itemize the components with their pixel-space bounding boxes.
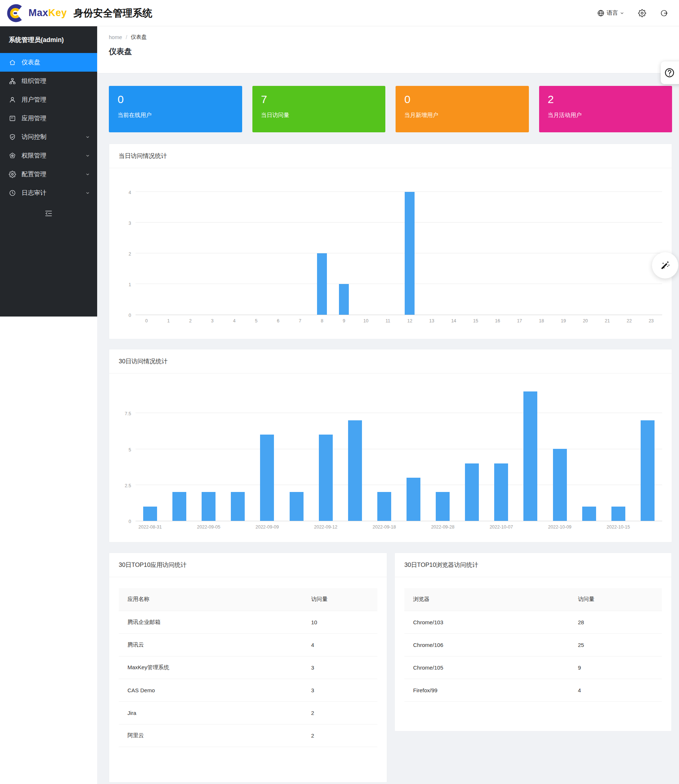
x-axis-tick-label: 2022-09-18 — [370, 524, 399, 530]
table-row: 腾讯企业邮箱10 — [119, 611, 377, 633]
sidebar-item-org[interactable]: 组织管理 — [0, 72, 97, 90]
table-cell: 阿里云 — [119, 724, 302, 747]
breadcrumb-current: 仪表盘 — [131, 34, 147, 41]
app-title: 身份安全管理系统 — [74, 6, 152, 20]
table-row: Firefox/994 — [404, 679, 662, 701]
x-axis-tick-label: 2022-09-05 — [194, 524, 223, 530]
logout-icon[interactable] — [660, 9, 668, 17]
bar-slot — [552, 192, 574, 315]
table-cell: 10 — [302, 611, 377, 633]
sidebar-item-config[interactable]: 配置管理 — [0, 165, 97, 183]
plot-area — [136, 379, 662, 521]
x-axis-tick-label: 2022-10-15 — [604, 524, 633, 530]
y-axis-tick-label: 1 — [128, 282, 131, 287]
help-button[interactable] — [661, 61, 679, 84]
table-cell: 3 — [302, 679, 377, 701]
bar-2022-09-09 — [260, 434, 274, 521]
x-axis-tick-label: 10 — [355, 318, 377, 323]
x-axis-tick-label: 2 — [179, 318, 201, 323]
bar-12 — [405, 192, 415, 315]
bar-slot — [136, 379, 165, 521]
bar-slot — [340, 379, 370, 521]
breadcrumb: home / 仪表盘 — [109, 34, 667, 41]
bar-idx-1 — [172, 492, 186, 521]
daily-visits-chart: 0123401234567891011121314151617181920212… — [109, 192, 672, 323]
top10-apps-table: 应用名称访问量 腾讯企业邮箱10腾讯云4MaxKey管理系统3CAS Demo3… — [119, 588, 377, 747]
x-axis-tick-label: 0 — [136, 318, 157, 323]
bar-9 — [339, 284, 349, 315]
x-axis-tick-label — [516, 524, 545, 530]
sidebar-item-label: 权限管理 — [22, 151, 46, 160]
x-axis-tick-label: 15 — [465, 318, 487, 323]
table-row: Chrome/10328 — [404, 611, 662, 633]
header-actions: 语言 — [597, 9, 668, 17]
panel-title: 30日访问情况统计 — [109, 350, 672, 373]
app-header: MaxKey 身份安全管理系统 语言 — [0, 0, 679, 26]
bar-idx-13 — [523, 392, 537, 521]
bar-slot — [443, 192, 465, 315]
clock-icon — [9, 189, 16, 197]
y-axis: 02.557.5 — [119, 379, 136, 521]
y-axis-tick-label: 2.5 — [125, 483, 131, 488]
x-axis-tick-label: 11 — [377, 318, 399, 323]
app-icon — [9, 115, 16, 122]
bar-slot — [355, 192, 377, 315]
gear-icon[interactable] — [638, 9, 646, 17]
bars — [136, 192, 662, 315]
x-axis-tick-label: 19 — [552, 318, 574, 323]
table-cell: Firefox/99 — [404, 679, 569, 701]
top10-browsers-panel: 30日TOP10浏览器访问统计 浏览器访问量 Chrome/10328Chrom… — [394, 553, 672, 731]
bar-idx-7 — [348, 420, 362, 521]
x-axis-tick-label — [574, 524, 604, 530]
bar-slot — [267, 192, 289, 315]
pentagon-star-icon — [9, 152, 16, 159]
stat-card-label: 当日访问量 — [261, 111, 386, 119]
sidebar-item-access[interactable]: 访问控制 — [0, 127, 97, 146]
x-axis-tick-label — [223, 524, 252, 530]
bar-slot — [530, 192, 552, 315]
y-axis-tick-label: 3 — [128, 221, 131, 226]
theme-wand-button[interactable] — [652, 252, 678, 279]
user-icon — [9, 96, 16, 103]
table-row: Chrome/1059 — [404, 656, 662, 679]
bar-idx-17 — [641, 420, 654, 521]
table-cell: 腾讯企业邮箱 — [119, 611, 302, 633]
column-header: 访问量 — [302, 588, 377, 611]
x-axis-tick-label: 12 — [399, 318, 421, 323]
sidebar-item-logs[interactable]: 日志审计 — [0, 183, 97, 202]
bar-slot — [487, 379, 516, 521]
sidebar-item-users[interactable]: 用户管理 — [0, 90, 97, 109]
x-axis-tick-label: 9 — [333, 318, 355, 323]
dashboard-content: 0当前在线用户7当日访问量0当月新增用户2当月活动用户 当日访问情况统计 012… — [97, 74, 679, 784]
table-cell: Jira — [119, 701, 302, 724]
x-axis-tick-label: 22 — [618, 318, 640, 323]
x-axis-tick-label: 13 — [421, 318, 443, 323]
table-cell: 9 — [569, 656, 662, 679]
tables-row: 30日TOP10应用访问统计 应用名称访问量 腾讯企业邮箱10腾讯云4MaxKe… — [109, 553, 672, 782]
bar-slot — [457, 379, 487, 521]
sidebar-item-dashboard[interactable]: 仪表盘 — [0, 53, 97, 72]
bar-slot — [421, 192, 443, 315]
gridline — [136, 191, 662, 192]
bar-slot — [245, 192, 267, 315]
language-menu[interactable]: 语言 — [597, 9, 624, 17]
stat-card-3: 2当月活动用户 — [539, 86, 673, 132]
x-axis-tick-label — [457, 524, 487, 530]
bar-slot — [377, 192, 399, 315]
bar-slot — [508, 192, 530, 315]
y-axis-tick-label: 5 — [128, 447, 131, 453]
sidebar-item-label: 应用管理 — [22, 114, 46, 122]
sidebar-collapse-button[interactable] — [0, 204, 97, 223]
breadcrumb-home-link[interactable]: home — [109, 34, 122, 40]
bar-slot — [487, 192, 508, 315]
table-header: 应用名称访问量 — [119, 588, 377, 611]
sidebar-menu: 仪表盘组织管理用户管理应用管理访问控制权限管理配置管理日志审计 — [0, 53, 97, 202]
sidebar-item-apps[interactable]: 应用管理 — [0, 109, 97, 127]
top10-browsers-table: 浏览器访问量 Chrome/10328Chrome/10625Chrome/10… — [404, 588, 662, 702]
bar-slot — [399, 379, 428, 521]
bar-slot — [574, 192, 596, 315]
sidebar-item-label: 用户管理 — [22, 96, 46, 104]
bar-slot — [428, 379, 457, 521]
bar-2022-10-15 — [612, 506, 625, 521]
sidebar-item-permissions[interactable]: 权限管理 — [0, 146, 97, 165]
